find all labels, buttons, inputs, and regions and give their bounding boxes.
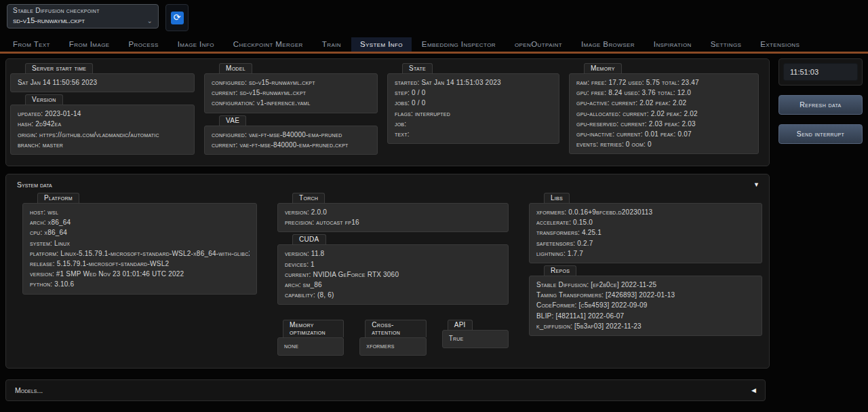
libs-box: xformers: 0.0.16+9bfcebd.d20230113 accel… xyxy=(529,203,762,263)
vae-box: configured: vae-ft-mse-840000-ema-pruned… xyxy=(204,126,378,155)
system-data-title: System data xyxy=(17,181,52,189)
tab-settings[interactable]: Settings xyxy=(702,37,751,52)
time-panel: 11:51:03 xyxy=(778,58,863,86)
memory-box: ram: free: 17.72 used: 5.75 total: 23.47… xyxy=(569,73,759,154)
version-box: updated: 2023-01-14 hash: 2d942ea origin… xyxy=(10,105,195,155)
quick-settings-bar: Stable Diffusion checkpoint sd-v15-runwa… xyxy=(0,0,868,31)
status-panels-container: Server start time Sat Jan 14 11:50:56 20… xyxy=(5,58,770,166)
memory-optimization-value: none xyxy=(277,337,344,355)
refresh-checkpoints-container: ⟳ xyxy=(165,4,189,31)
cuda-label: CUDA xyxy=(292,234,326,244)
repos-label: Repos xyxy=(544,265,576,276)
state-box: started: Sat Jan 14 11:51:03 2023 step: … xyxy=(387,73,559,144)
refresh-icon: ⟳ xyxy=(174,12,181,22)
api-value: True xyxy=(442,330,509,348)
side-controls: 11:51:03 Refresh data Send interrupt xyxy=(778,58,863,144)
send-interrupt-button[interactable]: Send interrupt xyxy=(778,124,863,144)
cross-attention-label: Cross-attention xyxy=(365,320,426,337)
tab-extensions[interactable]: Extensions xyxy=(751,37,808,52)
platform-box: host: wsl arch: x86_64 cpu: x86_64 syste… xyxy=(22,203,257,295)
tab-system-info[interactable]: System Info xyxy=(351,37,412,52)
tab-train[interactable]: Train xyxy=(313,37,350,52)
vae-label: VAE xyxy=(219,115,246,126)
repos-box: Stable Diffusion: [ef2b0ce] 2022-11-25 T… xyxy=(529,276,762,336)
tab-inspiration[interactable]: Inspiration xyxy=(645,37,701,52)
tab-checkpoint-merger[interactable]: Checkpoint Merger xyxy=(224,37,312,52)
refresh-data-button[interactable]: Refresh data xyxy=(778,95,863,115)
server-time-display: 11:51:03 xyxy=(783,63,858,81)
api-label: API xyxy=(448,320,473,330)
tab-from-image[interactable]: From Image xyxy=(60,37,119,52)
cuda-box: version: 11.8 devices: 1 current: NVIDIA… xyxy=(277,244,509,305)
platform-label: Platform xyxy=(37,193,79,203)
chevron-down-icon[interactable]: ⌄ xyxy=(147,17,153,24)
tab-embedding-inspector[interactable]: Embedding Inspector xyxy=(413,37,505,52)
tab-openoutpaint[interactable]: openOutpaint xyxy=(506,37,571,52)
checkpoint-dropdown[interactable]: Stable Diffusion checkpoint sd-v15-runwa… xyxy=(7,4,159,29)
models-accordion-label: Models... xyxy=(15,386,43,394)
model-label: Model xyxy=(219,63,252,73)
collapse-down-icon[interactable]: ▼ xyxy=(753,181,760,188)
server-start-time-box: Sat Jan 14 11:50:56 2023 xyxy=(10,73,195,92)
state-label: State xyxy=(402,63,433,73)
libs-label: Libs xyxy=(544,193,570,203)
model-box: configured: sd-v15-runwayml.ckpt current… xyxy=(204,73,378,113)
collapse-left-icon[interactable]: ◀ xyxy=(751,387,756,394)
cross-attention-value: xformers xyxy=(359,337,426,355)
memory-label: Memory xyxy=(584,63,622,73)
tab-from-text[interactable]: From Text xyxy=(4,37,59,52)
system-data-header[interactable]: System data ▼ xyxy=(13,179,762,190)
tab-image-info[interactable]: Image Info xyxy=(169,37,223,52)
memory-optimization-label: Memory optimization xyxy=(283,320,344,337)
refresh-checkpoints-button[interactable]: ⟳ xyxy=(171,12,184,24)
system-data-accordion: System data ▼ Platform host: wsl arch: x… xyxy=(5,174,770,369)
checkpoint-value[interactable]: sd-v15-runwayml.ckpt xyxy=(13,16,85,24)
server-start-time-label: Server start time xyxy=(25,63,93,73)
torch-box: version: 2.0.0 precision: autocast fp16 xyxy=(277,203,509,232)
checkpoint-label: Stable Diffusion checkpoint xyxy=(13,7,153,14)
tab-image-browser[interactable]: Image Browser xyxy=(572,37,644,52)
torch-label: Torch xyxy=(292,193,325,203)
models-accordion[interactable]: Models... ◀ xyxy=(5,379,766,401)
version-label: Version xyxy=(25,94,63,105)
tab-process[interactable]: Process xyxy=(120,37,167,52)
main-tabbar: From Text From Image Process Image Info … xyxy=(0,37,868,54)
